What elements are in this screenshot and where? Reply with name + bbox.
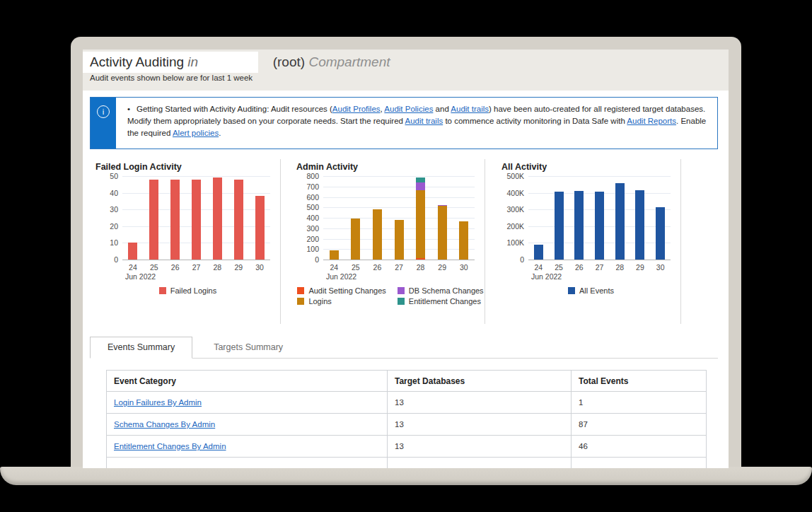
- bar-slot: [388, 177, 410, 260]
- legend-item: All Events: [568, 286, 614, 295]
- plot: [122, 177, 270, 260]
- bar-27: [595, 192, 604, 260]
- bar-slot: [122, 177, 144, 260]
- banner-link-audit-trails[interactable]: Audit trails: [405, 117, 443, 125]
- legend-swatch: [297, 298, 304, 305]
- bar-segment-logins: [373, 209, 382, 260]
- x-tick-label: 25: [144, 263, 165, 272]
- banner-link-audit-profiles[interactable]: Audit Profiles: [332, 105, 381, 113]
- bar-slot: [144, 177, 165, 260]
- banner-link-audit-policies[interactable]: Audit Policies: [384, 105, 433, 113]
- legend: All Events: [501, 286, 680, 295]
- x-axis-sublabel: Jun 2022: [528, 272, 680, 281]
- banner-link-alert-policies[interactable]: Alert policies: [173, 129, 219, 137]
- banner-text-segment: to commence activity monitoring in Data …: [443, 117, 627, 125]
- bar-29: [234, 180, 243, 260]
- bar-segment-logins: [395, 220, 404, 260]
- charts-row: Failed Login Activity0102030405024252627…: [90, 159, 729, 324]
- x-tick-label: 30: [650, 263, 671, 272]
- legend-label: DB Schema Changes: [409, 286, 484, 295]
- col-header-event-category: Event Category: [107, 371, 388, 392]
- legend-items: All Events: [568, 286, 614, 295]
- bar-30: [255, 196, 265, 260]
- page-title-main: Activity Auditing: [90, 54, 184, 69]
- bar-28: [416, 178, 425, 260]
- y-tick-label: 100K: [506, 238, 524, 247]
- chart-title: Admin Activity: [296, 161, 485, 173]
- cell-empty: [388, 458, 572, 469]
- event-category-link[interactable]: Schema Changes By Admin: [114, 420, 215, 429]
- x-tick-label: 29: [431, 263, 453, 272]
- x-tick-label: 29: [228, 263, 249, 272]
- cell-empty: [107, 458, 388, 469]
- banner-link-audit-trails[interactable]: Audit trails: [451, 105, 489, 113]
- cell-total-events: 1: [572, 392, 707, 414]
- events-summary-table-wrap: Event Category Target Databases Total Ev…: [106, 370, 706, 468]
- bar-segment-failed-logins: [213, 178, 222, 260]
- page-title-root: (root): [273, 54, 305, 69]
- bar-30: [459, 221, 468, 260]
- cell-event-category: Login Failures By Admin: [107, 392, 388, 414]
- legend-item: DB Schema Changes: [398, 286, 484, 295]
- banner-link-audit-reports[interactable]: Audit Reports: [627, 117, 676, 125]
- event-category-link[interactable]: Entitlement Changes By Admin: [114, 442, 226, 450]
- x-tick-label: 26: [165, 263, 186, 272]
- legend-label: Audit Setting Changes: [308, 286, 385, 295]
- bar-26: [574, 191, 584, 260]
- bar-29: [635, 190, 644, 260]
- chart-all-activity: All Activity0100K200K300K400K500K2425262…: [485, 159, 681, 324]
- bar-segment-failed-logins: [234, 180, 243, 260]
- y-tick-label: 50: [110, 172, 118, 180]
- bar-slot: [249, 177, 270, 260]
- banner-text: Getting Started with Activity Auditing: …: [127, 105, 706, 137]
- legend-items: Audit Setting ChangesDB Schema ChangesLo…: [297, 286, 483, 306]
- y-axis: 0100K200K300K400K500K: [501, 177, 528, 260]
- legend-item: Entitlement Changes: [398, 297, 484, 306]
- y-tick-label: 500K: [506, 172, 524, 180]
- y-tick-label: 700: [306, 182, 319, 191]
- bar-slot: [610, 177, 630, 260]
- bar-24: [330, 250, 339, 260]
- x-tick-label: 25: [549, 263, 569, 272]
- event-category-link[interactable]: Login Failures By Admin: [114, 398, 202, 407]
- y-tick-label: 20: [110, 222, 118, 231]
- y-tick-label: 600: [306, 193, 319, 202]
- bar-29: [438, 205, 447, 260]
- x-tick-label: 24: [528, 263, 549, 272]
- cell-target-databases: 13: [388, 414, 572, 436]
- col-header-target-databases: Target Databases: [388, 371, 572, 392]
- y-tick-label: 100: [306, 245, 319, 253]
- banner-text-segment: .: [219, 129, 221, 137]
- bar-slot: [589, 177, 610, 260]
- col-header-total-events: Total Events: [572, 371, 707, 392]
- bar-slot: [323, 177, 345, 260]
- x-axis-line: [323, 260, 475, 260]
- bar-slot: [186, 177, 207, 260]
- banner-text-segment: and: [433, 105, 451, 113]
- cell-total-events: 46: [572, 436, 707, 458]
- table-row: Login Failures By Admin131: [107, 392, 707, 414]
- bar-slot: [528, 177, 549, 260]
- y-tick-label: 0: [114, 255, 118, 264]
- bar-slot: [165, 177, 186, 260]
- bar-30: [656, 207, 665, 260]
- bar-26: [373, 209, 382, 260]
- page-title-compartment: Compartment: [308, 54, 390, 69]
- x-axis-labels: 24252627282930: [323, 263, 475, 272]
- tab-events-summary[interactable]: Events Summary: [90, 337, 192, 359]
- y-tick-label: 300K: [506, 205, 524, 214]
- bar-25: [555, 192, 564, 260]
- bar-slot: [207, 177, 228, 260]
- bar-slot: [366, 177, 388, 260]
- bar-segment-all-events: [574, 191, 584, 260]
- page-subtitle: Audit events shown below are for last 1 …: [83, 70, 729, 82]
- legend-label: Entitlement Changes: [409, 297, 481, 306]
- bar-segment-failed-logins: [128, 243, 137, 260]
- tab-targets-summary[interactable]: Targets Summary: [192, 337, 304, 358]
- laptop-screen: Activity Auditing in (root) Compartment …: [83, 50, 729, 468]
- bars: [323, 177, 475, 260]
- x-axis-line: [528, 260, 671, 260]
- y-tick-label: 200K: [506, 222, 524, 231]
- info-banner-accent: i: [91, 98, 116, 149]
- y-tick-label: 400K: [506, 189, 524, 197]
